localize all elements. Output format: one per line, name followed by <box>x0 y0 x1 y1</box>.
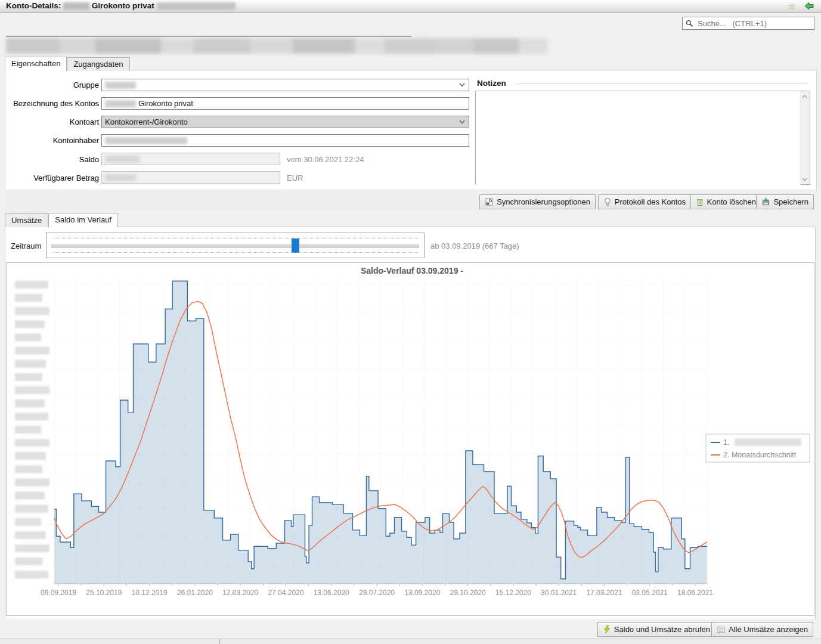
sync-options-icon <box>485 197 494 206</box>
notizen-box <box>475 91 810 185</box>
svg-text:30.01.2021: 30.01.2021 <box>541 589 577 597</box>
svg-text:03.05.2021: 03.05.2021 <box>632 589 668 597</box>
redacted-kontoinhaber-value <box>105 137 187 144</box>
svg-text:26.01.2020: 26.01.2020 <box>177 589 213 597</box>
tab-eigenschaften[interactable]: Eigenschaften <box>5 57 67 71</box>
redacted-saldo-value <box>105 156 140 163</box>
speichern-button[interactable]: Speichern <box>756 194 814 209</box>
search-icon <box>686 20 693 27</box>
bezeichnung-label: Bezeichnung des Kontos <box>8 99 99 108</box>
zeitraum-range-text: ab 03.09.2019 (667 Tage) <box>430 242 519 250</box>
kontoart-select[interactable]: Kontokorrent-/Girokonto <box>101 116 469 128</box>
upper-tab-strip: Eigenschaften Zugangsdaten <box>5 57 130 71</box>
scroll-up-icon[interactable] <box>800 91 810 101</box>
search-box[interactable] <box>682 17 814 30</box>
notizen-textarea[interactable] <box>476 91 800 185</box>
svg-text:15.12.2020: 15.12.2020 <box>495 589 531 597</box>
chart-legend: 1.2. Monatsdurchschnitt <box>706 434 810 462</box>
svg-text:1.: 1. <box>723 438 729 447</box>
y-axis-redacted-labels <box>15 281 49 578</box>
svg-text:09.09.2019: 09.09.2019 <box>41 589 76 597</box>
x-axis-labels: 09.09.201925.10.201910.12.201926.01.2020… <box>41 584 713 597</box>
currency-note: EUR <box>287 174 303 182</box>
svg-text:27.04.2020: 27.04.2020 <box>268 589 303 597</box>
svg-text:29.10.2020: 29.10.2020 <box>450 589 486 597</box>
header-divider <box>6 36 411 37</box>
verfuegbarer-betrag-label: Verfügbarer Betrag <box>8 174 99 182</box>
redacted-account-detail <box>157 2 236 10</box>
kontoart-label: Kontoart <box>8 117 99 126</box>
refresh-flash-icon <box>603 625 611 634</box>
lower-tab-strip: Umsätze Saldo im Verlauf <box>5 213 118 227</box>
slider-track[interactable] <box>51 244 419 248</box>
redacted-gruppe-value <box>105 82 136 89</box>
saldo-chart: 09.09.201925.10.201910.12.201926.01.2020… <box>6 262 814 616</box>
back-arrow-icon[interactable] <box>804 2 814 10</box>
svg-text:12.03.2020: 12.03.2020 <box>222 589 258 597</box>
save-disk-icon <box>761 197 770 206</box>
footer-bottom-strip <box>0 639 821 644</box>
zeitraum-slider[interactable] <box>46 233 425 258</box>
tab-saldo-im-verlauf[interactable]: Saldo im Verlauf <box>48 213 118 227</box>
saldo-abrufen-button[interactable]: Saldo und Umsätze abrufen <box>597 622 715 637</box>
redacted-account-header <box>6 38 547 54</box>
tab-umsaetze[interactable]: Umsätze <box>5 213 48 227</box>
trash-icon <box>696 197 704 206</box>
saldo-chart-svg: 09.09.201925.10.201910.12.201926.01.2020… <box>7 263 814 615</box>
footer-column-splitter[interactable] <box>219 639 220 644</box>
svg-text:18.06.2021: 18.06.2021 <box>677 589 713 597</box>
verfuegbarer-betrag-field[interactable] <box>101 171 280 184</box>
chevron-down-icon <box>459 120 465 124</box>
slider-tick-dots-top <box>52 238 418 239</box>
redacted-bezeichnung-prefix <box>105 100 136 107</box>
zeitraum-label: Zeitraum <box>11 242 41 250</box>
page-title: Konto-Details: Girokonto privat <box>6 1 236 10</box>
svg-text:29.07.2020: 29.07.2020 <box>359 589 395 597</box>
protokoll-button[interactable]: Protokoll des Kontos <box>598 194 691 209</box>
saldo-label: Saldo <box>8 155 99 164</box>
notizen-label: Notizen <box>477 79 506 88</box>
chevron-down-icon <box>459 83 465 87</box>
redacted-account-name <box>63 2 89 10</box>
svg-text:10.12.2019: 10.12.2019 <box>132 589 168 597</box>
lightbulb-icon <box>603 197 612 206</box>
gruppe-label: Gruppe <box>8 80 99 89</box>
notizen-scrollbar[interactable] <box>800 91 810 184</box>
svg-text:13.09.2020: 13.09.2020 <box>404 589 440 597</box>
sync-options-button[interactable]: Synchronisierungsoptionen <box>479 194 596 209</box>
svg-text:13.06.2020: 13.06.2020 <box>314 589 349 597</box>
konto-loeschen-button[interactable]: Konto löschen <box>690 194 761 209</box>
window-title-bar: Konto-Details: Girokonto privat ☆ <box>0 0 821 13</box>
chart-title: Saldo-Verlauf 03.09.2019 - <box>361 266 463 275</box>
kontoinhaber-input[interactable] <box>101 134 469 147</box>
search-input[interactable] <box>696 18 811 29</box>
svg-text:17.03.2021: 17.03.2021 <box>586 589 622 597</box>
notizen-rule <box>516 83 808 84</box>
favorite-star-icon[interactable]: ☆ <box>788 1 796 12</box>
tab-zugangsdaten[interactable]: Zugangsdaten <box>67 57 129 71</box>
scroll-down-icon[interactable] <box>800 174 810 184</box>
zeitraum-slider-handle[interactable] <box>292 239 299 253</box>
slider-tick-dots-bottom <box>52 252 418 253</box>
redacted-betrag-value <box>105 174 136 181</box>
svg-text:2. Monatsdurchschnitt: 2. Monatsdurchschnitt <box>723 451 797 459</box>
alle-umsaetze-button[interactable]: Alle Umsätze anzeigen <box>711 622 813 637</box>
kontoinhaber-label: Kontoinhaber <box>8 136 99 145</box>
bezeichnung-input[interactable]: Girokonto privat <box>101 97 469 110</box>
gruppe-select[interactable] <box>101 79 469 91</box>
list-icon <box>717 626 726 634</box>
saldo-date-note: vom 30.06.2021 22:24 <box>287 155 364 164</box>
svg-text:25.10.2019: 25.10.2019 <box>86 589 122 597</box>
balance-area <box>54 281 707 584</box>
saldo-field[interactable] <box>101 153 280 165</box>
